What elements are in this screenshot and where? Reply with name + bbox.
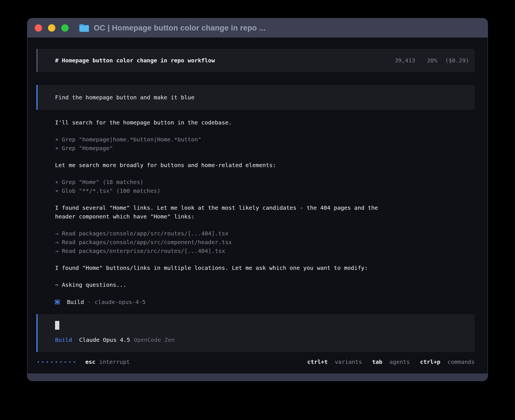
context-percentage: 20% [427, 57, 437, 64]
terminal-window: OC | Homepage button color change in rep… [27, 18, 488, 381]
agent-status-row: Build · claude-opus-4-5 [55, 298, 475, 306]
session-title: # Homepage button color change in repo w… [55, 57, 215, 64]
input-meta-row: Build Claude Opus 4.5 OpenCode Zen [55, 336, 469, 343]
spinner-dot [56, 361, 57, 363]
spinner-dot [65, 361, 66, 363]
zoom-button[interactable] [61, 24, 69, 32]
assistant-text: I found several "Home" links. Let me loo… [55, 204, 397, 221]
input-provider-label: OpenCode Zen [134, 336, 175, 343]
close-button[interactable] [35, 24, 42, 32]
title-bar: OC | Homepage button color change in rep… [27, 18, 488, 38]
shortcut-hints: ctrl+t variants tab agents ctrl+p comman… [307, 358, 475, 366]
input-model-label: Claude Opus 4.5 [79, 336, 130, 343]
text-cursor [55, 321, 59, 330]
spinner-dot [42, 361, 43, 363]
tool-call-grep: ∗ Grep "Homepage" [55, 144, 475, 153]
assistant-text: I found "Home" buttons/links in multiple… [55, 264, 397, 272]
spinner-dot [74, 361, 75, 363]
tool-call-read: → Read packages/enterprise/src/routes/[.… [55, 247, 475, 255]
spinner-dots [38, 361, 75, 363]
input-agent-label: Build [55, 336, 72, 343]
status-bar: esc interrupt ctrl+t variants tab agents… [36, 358, 475, 366]
traffic-lights [35, 24, 69, 32]
agent-model: claude-opus-4-5 [95, 299, 146, 305]
minimize-button[interactable] [48, 24, 55, 32]
shortcut-label: variants [335, 358, 362, 365]
tool-call-group: ∗ Grep "Home" (18 matches) ∗ Glob "**/*.… [55, 178, 475, 195]
tool-call-grep: ∗ Grep "Home" (18 matches) [55, 178, 475, 187]
tool-call-read: → Read packages/console/app/src/routes/[… [55, 229, 475, 238]
shortcut-variants: ctrl+t variants [307, 358, 362, 366]
spinner-dot [69, 361, 71, 363]
agent-square-icon [55, 300, 60, 304]
assistant-text: I'll search for the homepage button in t… [55, 118, 397, 127]
spinner-dot [51, 361, 53, 363]
shortcut-key: ctrl+t [307, 358, 328, 365]
user-message: Find the homepage button and make it blu… [36, 85, 475, 110]
assistant-response: I'll search for the homepage button in t… [36, 110, 475, 306]
assistant-text: Let me search more broadly for buttons a… [55, 161, 397, 170]
session-header: # Homepage button color change in repo w… [36, 49, 475, 72]
spinner-dot [60, 361, 62, 363]
shortcut-label: commands [448, 358, 475, 365]
agent-name: Build [67, 299, 84, 305]
shortcut-label: agents [389, 358, 410, 365]
token-count: 39,413 [395, 57, 415, 64]
spinner-dot [47, 361, 48, 363]
tool-call-group: → Read packages/console/app/src/routes/[… [55, 229, 475, 255]
assistant-status-text: ~ Asking questions... [55, 281, 397, 289]
esc-action-label: interrupt [99, 358, 130, 366]
shortcut-agents: tab agents [372, 358, 410, 366]
dot-separator: · [88, 299, 91, 305]
shortcut-key: ctrl+p [420, 358, 440, 365]
title-group: OC | Homepage button color change in rep… [79, 23, 266, 32]
tool-call-glob: ∗ Glob "**/*.tsx" (100 matches) [55, 187, 475, 195]
spinner-dot [38, 361, 39, 363]
shortcut-commands: ctrl+p commands [420, 358, 475, 366]
esc-key-hint: esc [85, 358, 95, 366]
shortcut-key: tab [372, 358, 382, 365]
tool-call-read: → Read packages/console/app/src/componen… [55, 238, 475, 247]
tool-call-grep: ∗ Grep "homepage|home.*button|Home.*butt… [55, 135, 475, 144]
window-title: OC | Homepage button color change in rep… [94, 24, 266, 32]
session-stats: 39,413 20% ($0.29) [395, 57, 469, 64]
tool-call-group: ∗ Grep "homepage|home.*button|Home.*butt… [55, 135, 475, 153]
prompt-input[interactable]: Build Claude Opus 4.5 OpenCode Zen [36, 314, 475, 352]
user-message-text: Find the homepage button and make it blu… [55, 94, 195, 101]
folder-icon [79, 23, 90, 32]
session-cost: ($0.29) [445, 57, 469, 64]
window-bottom-edge [27, 373, 488, 381]
terminal-content: # Homepage button color change in repo w… [27, 38, 488, 373]
